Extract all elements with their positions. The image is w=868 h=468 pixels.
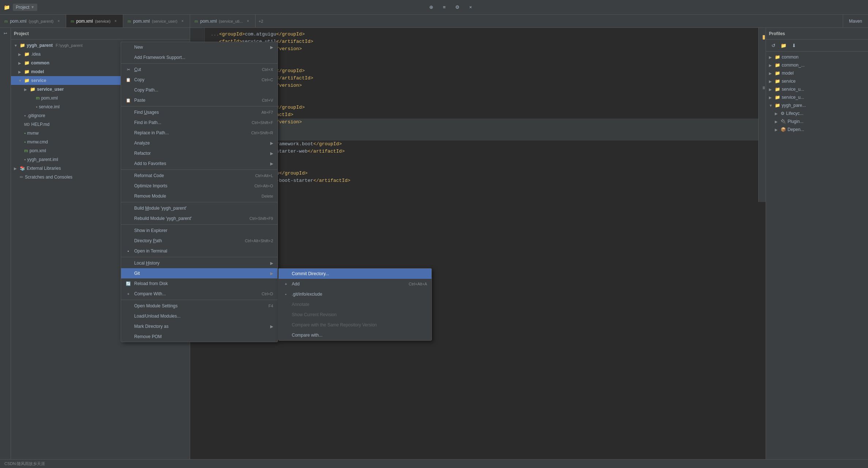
maven-item-yygh-parent[interactable]: ▼ 📁 yygh_pare... (766, 101, 868, 109)
menu-label-optimize: Optimize Imports (134, 183, 252, 188)
menu-label-find-in-path: Find in Path... (134, 120, 249, 125)
maven-item-label: service (782, 79, 796, 84)
context-menu-overlay: New ▶ Add Framework Support... ✂ Cut Ctr… (11, 28, 190, 459)
context-menu: New ▶ Add Framework Support... ✂ Cut Ctr… (121, 42, 278, 342)
menu-label-add-favorites: Add to Favorites (134, 161, 267, 166)
maven-folder-icon: 📁 (775, 63, 780, 68)
menu-item-build-module[interactable]: Build Module 'yygh_parent' (121, 203, 278, 213)
tab-pom-service-user[interactable]: m pom.xml (service_user) × (123, 15, 190, 27)
git-submenu-add[interactable]: + Add Ctrl+Alt+A (279, 279, 431, 289)
git-sublabel-show-current: Show Current Revision (292, 312, 427, 317)
project-strip-icon[interactable]: 1 (1, 31, 10, 36)
menu-label-analyze: Analyze (134, 141, 267, 146)
reformat-shortcut: Ctrl+Alt+L (255, 173, 273, 178)
menu-item-rebuild-module[interactable]: Rebuild Module 'yygh_parent' Ctrl+Shift+… (121, 213, 278, 224)
maven-item-service-u2[interactable]: ▶ 📁 service_u... (766, 93, 868, 101)
menu-item-copy-path[interactable]: Copy Path... (121, 85, 278, 95)
menu-label-rebuild-module: Rebuild Module 'yygh_parent' (134, 216, 246, 221)
maven-item-service[interactable]: ▶ 📁 service (766, 77, 868, 85)
tab-bar: m pom.xml (yygh_parent) × m pom.xml (ser… (0, 15, 868, 28)
menu-label-git: Git (134, 271, 267, 276)
tab-close-service-button[interactable]: × (113, 18, 118, 24)
menu-item-load-unload[interactable]: Load/Unload Modules... (121, 311, 278, 321)
copy-icon: 📋 (125, 78, 131, 82)
lifecycle-icon: ⚙ (781, 111, 785, 116)
menu-item-find-usages[interactable]: Find Usages Alt+F7 (121, 107, 278, 117)
tab-close-button[interactable]: × (56, 18, 61, 24)
menu-item-git[interactable]: Git ▶ Commit Directory... + Add Ctrl+Alt… (121, 268, 278, 278)
menu-item-copy[interactable]: 📋 Copy Ctrl+C (121, 75, 278, 85)
chevron-icon: ▶ (769, 96, 773, 100)
menu-item-add-favorites[interactable]: Add to Favorites ▶ (121, 158, 278, 169)
tab-close-su-button[interactable]: × (180, 18, 185, 24)
git-submenu-gitinfo-exclude[interactable]: ▪ .git/info/exclude (279, 289, 431, 299)
git-sublabel-commit-dir: Commit Directory... (292, 271, 427, 276)
menu-item-open-terminal[interactable]: ▪ Open in Terminal (121, 246, 278, 256)
editor-line: ...<groupId>com.atguigu</groupId> (205, 31, 758, 38)
menu-item-directory-path[interactable]: Directory Path Ctrl+Alt+Shift+2 (121, 236, 278, 246)
maven-folder-icon: 📁 (775, 87, 780, 92)
menu-item-compare-with[interactable]: + Compare With... Ctrl+D (121, 289, 278, 299)
editor-line: ...<ency> (205, 155, 758, 162)
settings-icon[interactable]: ⚙ (452, 2, 463, 12)
editor-content[interactable]: ...<groupId>com.atguigu</groupId> ...<fa… (205, 28, 758, 202)
git-submenu-commit-dir[interactable]: Commit Directory... (279, 269, 431, 279)
maven-folder-icon: 📁 (775, 71, 780, 76)
maven-folder-button[interactable]: 📁 (779, 41, 788, 50)
right-scroll-strip (758, 28, 766, 202)
menu-item-show-explorer[interactable]: Show in Explorer (121, 225, 278, 236)
maven-item-label: common_... (782, 63, 805, 68)
maven-item-dependencies[interactable]: ▶ 📦 Depen... (766, 126, 868, 134)
tab-overflow[interactable]: +2 (256, 15, 266, 27)
dependencies-icon: 📦 (781, 127, 786, 132)
tab-close-suti-button[interactable]: × (245, 18, 251, 24)
maven-download-button[interactable]: ⬇ (789, 41, 798, 50)
bookmarks-icon[interactable]: ≡ (439, 2, 449, 12)
menu-item-replace-in-path[interactable]: Replace in Path... Ctrl+Shift+R (121, 128, 278, 138)
maven-item-service-u1[interactable]: ▶ 📁 service_u... (766, 85, 868, 93)
menu-item-open-module-settings[interactable]: Open Module Settings F4 (121, 301, 278, 311)
minimize-icon[interactable]: × (465, 2, 476, 12)
menu-item-refactor[interactable]: Refactor ▶ (121, 148, 278, 158)
menu-item-paste[interactable]: 📋 Paste Ctrl+V (121, 95, 278, 105)
maven-item-common[interactable]: ▶ 📁 common (766, 53, 868, 61)
menu-item-add-framework[interactable]: Add Framework Support... (121, 52, 278, 63)
left-strip: 1 (0, 28, 11, 459)
maven-item-lifecycle[interactable]: ▶ ⚙ Lifecyc... (766, 109, 868, 117)
editor-line: ...<cy> (205, 162, 758, 170)
editor-line: ...<factId>service_util</artifactId> (205, 38, 758, 45)
menu-item-reformat[interactable]: Reformat Code Ctrl+Alt+L (121, 171, 278, 181)
maven-item-label: yygh_pare... (782, 103, 806, 108)
menu-item-analyze[interactable]: Analyze ▶ (121, 138, 278, 148)
menu-item-reload-disk[interactable]: 🔄 Reload from Disk (121, 278, 278, 289)
maven-item-model[interactable]: ▶ 📁 model (766, 69, 868, 77)
menu-label-cut: Cut (134, 67, 259, 72)
tab-label: pom.xml (10, 19, 26, 24)
navigate-icon[interactable]: ⊕ (426, 2, 436, 12)
menu-item-find-in-path[interactable]: Find in Path... Ctrl+Shift+F (121, 117, 278, 128)
maven-tab-label[interactable]: Maven (843, 15, 868, 27)
paste-shortcut: Ctrl+V (262, 98, 273, 102)
git-submenu-annotate: Annotate (279, 299, 431, 310)
git-sublabel-annotate: Annotate (292, 302, 427, 307)
maven-item-label: service_u... (782, 87, 804, 92)
menu-item-optimize[interactable]: Optimize Imports Ctrl+Alt+O (121, 181, 278, 191)
menu-item-cut[interactable]: ✂ Cut Ctrl+X (121, 64, 278, 75)
menu-item-new[interactable]: New ▶ (121, 42, 278, 52)
maven-item-common2[interactable]: ▶ 📁 common_... (766, 61, 868, 69)
tab-pom-service[interactable]: m pom.xml (service) × (66, 15, 123, 27)
tab-pom-service-uti[interactable]: m pom.xml (service_uti... × (190, 15, 256, 27)
menu-label-new: New (134, 45, 267, 50)
menu-item-local-history[interactable]: Local History ▶ (121, 258, 278, 268)
maven-refresh-button[interactable]: ↺ (769, 41, 778, 50)
menu-item-mark-directory[interactable]: Mark Directory as ▶ (121, 321, 278, 332)
menu-item-remove-pom[interactable]: Remove POM (121, 332, 278, 342)
git-sublabel-compare-with: Compare with... (292, 333, 427, 338)
menu-item-remove-module[interactable]: Remove Module Delete (121, 191, 278, 201)
maven-item-plugins[interactable]: ▶ 🔌 Plugin... (766, 117, 868, 126)
maven-panel-header: Profiles (766, 28, 868, 40)
compare-icon: + (125, 292, 131, 296)
tab-pom-parent[interactable]: m pom.xml (yygh_parent) × (0, 15, 66, 27)
git-submenu-compare-with[interactable]: Compare with... (279, 330, 431, 340)
project-label[interactable]: Project ▼ (13, 4, 37, 11)
